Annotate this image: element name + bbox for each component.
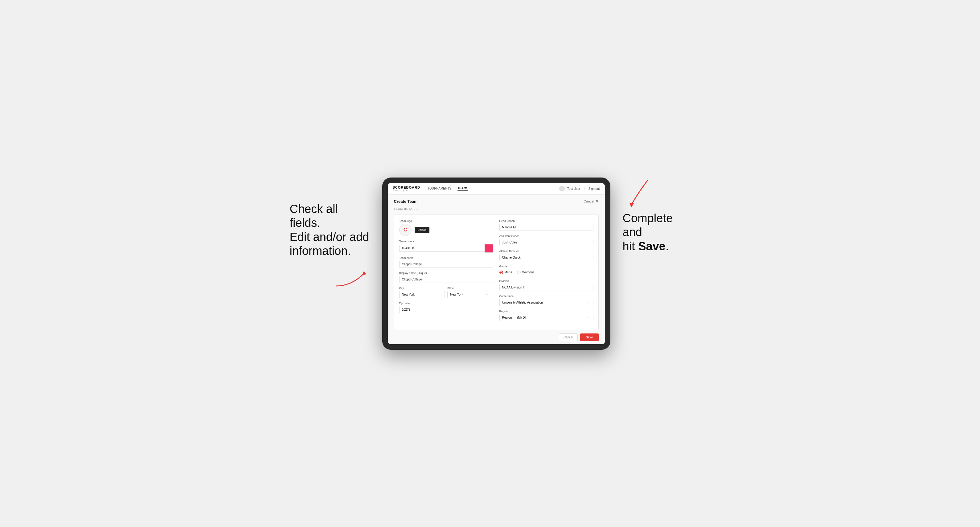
region-label: Region — [500, 310, 593, 313]
nav-links: TOURNAMENTS TEAMS — [428, 186, 468, 191]
right-annotation: Complete and hit Save. — [623, 178, 690, 254]
user-name: Test User — [567, 187, 580, 190]
division-label: Division — [500, 279, 593, 283]
region-select-wrapper: Region II - (M) DIII ✕ ⌄ — [500, 314, 593, 321]
conference-group: Conference University Athletic Associati… — [500, 295, 593, 306]
state-label: State — [447, 287, 493, 290]
tablet-device: SCOREBOARD Powered by clippi TOURNAMENTS… — [382, 178, 610, 350]
nav-tournaments[interactable]: TOURNAMENTS — [428, 187, 451, 191]
gender-womens-option[interactable]: Womens — [517, 271, 534, 274]
team-logo-label: Team logo — [399, 219, 493, 222]
pipe-divider: | — [584, 187, 585, 190]
athletic-director-input[interactable] — [500, 254, 593, 261]
form-right-col: Head Coach Assistant Coach Athletic Dire… — [500, 219, 593, 325]
save-button[interactable]: Save — [580, 333, 598, 341]
state-select-wrapper: New York ✕ ⌄ — [447, 291, 493, 298]
head-coach-input[interactable] — [500, 224, 593, 231]
annotation-right-line2: hit — [623, 240, 638, 253]
annotation-right-end: . — [665, 240, 669, 253]
assistant-coach-label: Assistant Coach — [500, 235, 593, 238]
city-label: City — [399, 287, 445, 290]
gender-womens-label: Womens — [522, 271, 534, 274]
user-avatar — [559, 186, 565, 191]
nav-teams[interactable]: TEAMS — [458, 186, 468, 191]
svg-marker-1 — [630, 203, 634, 207]
close-icon: ✕ — [596, 199, 599, 203]
color-input-wrapper — [399, 244, 493, 253]
team-colour-input[interactable] — [399, 245, 485, 252]
assistant-coach-group: Assistant Coach — [500, 235, 593, 246]
division-select[interactable]: NCAA Division III — [500, 284, 593, 291]
display-name-group: Display name (unique) — [399, 271, 493, 283]
annotation-line1: Check all fields. — [290, 203, 338, 230]
section-label: TEAM DETAILS — [394, 207, 599, 211]
head-coach-group: Head Coach — [500, 219, 593, 231]
zip-label: Zip code — [399, 302, 493, 305]
logo-area: SCOREBOARD Powered by clippi — [393, 186, 420, 191]
cancel-x-button[interactable]: Cancel ✕ — [584, 199, 598, 203]
zip-input[interactable] — [399, 306, 493, 313]
gender-label: Gender — [500, 265, 593, 268]
logo-upload-area: C Upload — [399, 224, 493, 236]
form-footer: Cancel Save — [388, 330, 605, 344]
logo-letter: C — [404, 227, 407, 233]
upload-button[interactable]: Upload — [415, 227, 430, 233]
annotation-line2: Edit and/or add — [290, 230, 369, 243]
city-input[interactable] — [399, 291, 445, 298]
display-name-input[interactable] — [399, 276, 493, 283]
state-select[interactable]: New York — [447, 291, 493, 298]
gender-group: Gender Mens Womens — [500, 265, 593, 276]
gender-radio-group: Mens Womens — [500, 269, 593, 276]
navbar-right: Test User | Sign out — [559, 186, 600, 191]
head-coach-label: Head Coach — [500, 219, 593, 222]
team-logo-group: Team logo C Upload — [399, 219, 493, 236]
gender-mens-option[interactable]: Mens — [500, 271, 512, 274]
division-select-wrapper: NCAA Division III ⌄ — [500, 284, 593, 291]
annotation-right-line1: Complete and — [623, 212, 673, 239]
logo-circle: C — [399, 224, 412, 236]
form-two-col: Team logo C Upload Team colo — [399, 219, 593, 325]
annotation-line3: information. — [290, 244, 351, 257]
conference-select[interactable]: University Athletic Association — [500, 299, 593, 306]
sign-out-link[interactable]: Sign out — [589, 187, 600, 190]
conference-select-wrapper: University Athletic Association ✕ ⌄ — [500, 299, 593, 306]
division-group: Division NCAA Division III ⌄ — [500, 279, 593, 291]
navbar: SCOREBOARD Powered by clippi TOURNAMENTS… — [388, 183, 605, 195]
annotation-right-bold: Save — [638, 240, 665, 253]
conference-label: Conference — [500, 295, 593, 298]
athletic-director-label: Athletic Director — [500, 250, 593, 253]
left-annotation: Check all fields. Edit and/or add inform… — [290, 178, 370, 289]
navbar-left: SCOREBOARD Powered by clippi TOURNAMENTS… — [393, 186, 469, 191]
page-title: Create Team — [394, 199, 418, 204]
left-arrow-icon — [333, 264, 370, 289]
state-group: State New York ✕ ⌄ — [447, 287, 493, 298]
assistant-coach-input[interactable] — [500, 239, 593, 246]
svg-marker-0 — [362, 271, 366, 275]
team-name-group: Team name — [399, 256, 493, 268]
team-name-label: Team name — [399, 256, 493, 259]
gender-mens-radio[interactable] — [500, 271, 503, 274]
right-arrow-icon — [623, 178, 654, 208]
athletic-director-group: Athletic Director — [500, 250, 593, 261]
region-group: Region Region II - (M) DIII ✕ ⌄ — [500, 310, 593, 321]
team-name-input[interactable] — [399, 261, 493, 268]
gender-mens-label: Mens — [504, 271, 512, 274]
region-select[interactable]: Region II - (M) DIII — [500, 314, 593, 321]
form-container: Team logo C Upload Team colo — [394, 214, 599, 330]
city-state-row: City State New York — [399, 287, 493, 298]
city-group: City — [399, 287, 445, 298]
display-name-label: Display name (unique) — [399, 271, 493, 275]
main-content: Create Team Cancel ✕ TEAM DETAILS Team l… — [388, 195, 605, 344]
team-colour-group: Team colour — [399, 240, 493, 253]
logo-sub: Powered by clippi — [393, 189, 420, 191]
color-swatch[interactable] — [485, 244, 493, 253]
team-colour-label: Team colour — [399, 240, 493, 243]
gender-womens-radio[interactable] — [517, 271, 521, 274]
zip-group: Zip code — [399, 302, 493, 313]
cancel-button[interactable]: Cancel — [559, 333, 578, 341]
logo-scoreboard: SCOREBOARD — [393, 186, 420, 189]
page-header: Create Team Cancel ✕ — [394, 199, 599, 204]
form-left-col: Team logo C Upload Team colo — [399, 219, 493, 325]
